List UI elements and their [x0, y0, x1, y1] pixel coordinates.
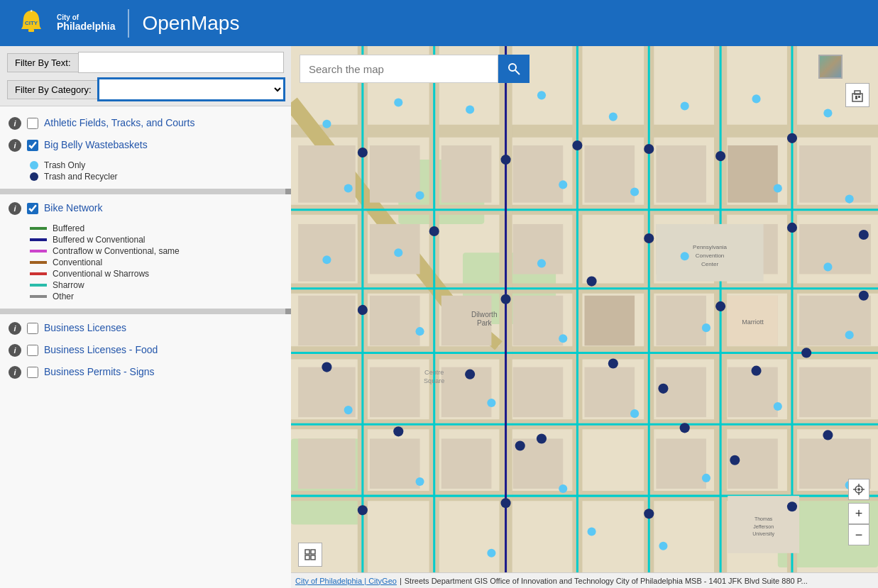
svg-point-147 [801, 348, 811, 357]
city-logo[interactable]: CITY ★ City of Philadelphia [14, 6, 115, 40]
svg-point-132 [415, 327, 424, 335]
legend-line-conventional-sharrows [30, 272, 47, 275]
svg-point-134 [702, 323, 710, 332]
svg-rect-45 [370, 224, 420, 274]
svg-rect-156 [855, 96, 857, 99]
svg-point-103 [537, 259, 546, 267]
svg-point-87 [322, 120, 331, 128]
svg-rect-41 [656, 145, 706, 203]
svg-point-146 [730, 455, 740, 465]
svg-point-89 [466, 105, 474, 113]
filter-category-select[interactable] [99, 79, 284, 100]
svg-rect-51 [370, 296, 420, 346]
svg-point-126 [680, 423, 690, 433]
layer-checkbox-bike-network[interactable] [27, 203, 38, 214]
svg-rect-40 [585, 145, 635, 203]
svg-rect-167 [311, 555, 315, 560]
svg-text:CITY: CITY [25, 20, 38, 26]
svg-rect-55 [656, 296, 706, 346]
layer-checkbox-big-belly[interactable] [27, 140, 38, 151]
layer-name-business-licenses-food[interactable]: Business Licenses - Food [44, 343, 158, 356]
svg-point-109 [715, 151, 725, 161]
svg-point-123 [751, 366, 761, 376]
status-attribution: Streets Department GIS Office of Innovat… [405, 577, 808, 585]
legend-dot-trash-only [30, 161, 38, 170]
svg-rect-36 [298, 145, 356, 203]
legend-label-sharrow: Sharrow [53, 280, 84, 290]
layer-checkbox-business-licenses[interactable] [27, 323, 38, 334]
filter-text-input[interactable] [78, 52, 284, 73]
layer-checkbox-business-licenses-food[interactable] [27, 345, 38, 356]
layer-info-btn-business-permits-signs[interactable]: i [9, 366, 21, 379]
svg-point-122 [608, 358, 618, 368]
search-input[interactable] [300, 55, 498, 83]
layer-checkbox-business-permits-signs[interactable] [27, 367, 38, 378]
svg-point-149 [588, 528, 596, 536]
svg-point-108 [572, 140, 582, 150]
map-type-button[interactable] [845, 83, 869, 107]
app-title: OpenMaps [142, 12, 239, 35]
extent-icon [303, 548, 317, 562]
svg-rect-50 [298, 296, 356, 346]
svg-point-148 [515, 440, 525, 450]
svg-point-121 [465, 370, 475, 379]
map-thumbnail[interactable] [818, 55, 843, 79]
layer-info-btn-business-licenses-food[interactable]: i [9, 344, 21, 357]
svg-rect-66 [298, 438, 356, 489]
svg-point-100 [845, 195, 854, 204]
search-button[interactable] [498, 55, 529, 83]
layer-checkbox-athletic-fields[interactable] [27, 118, 38, 129]
svg-line-153 [515, 70, 520, 74]
legend-line-buffered [30, 227, 47, 230]
layer-info-btn-athletic-fields[interactable]: i [9, 117, 21, 130]
thumbnail-image [820, 56, 841, 77]
search-icon [507, 62, 520, 75]
svg-point-163 [857, 488, 860, 491]
status-separator: | [400, 577, 402, 585]
layer-info-btn-big-belly[interactable]: i [9, 139, 21, 152]
header: CITY ★ City of Philadelphia OpenMaps [0, 0, 878, 46]
locate-button[interactable] [848, 479, 869, 500]
layer-name-big-belly[interactable]: Big Belly Wastebaskets [44, 138, 148, 151]
legend-line-conventional [30, 261, 47, 264]
legend-label-trash-recycler: Trash and Recycler [44, 172, 118, 182]
svg-rect-46 [513, 224, 564, 274]
svg-point-93 [752, 94, 760, 103]
svg-text:Jefferson: Jefferson [753, 524, 774, 529]
svg-point-115 [859, 230, 869, 240]
layer-info-btn-bike-network[interactable]: i [9, 202, 21, 215]
svg-text:Square: Square [424, 377, 444, 384]
layer-info-btn-business-licenses[interactable]: i [9, 322, 21, 335]
layer-name-business-permits-signs[interactable]: Business Permits - Signs [44, 365, 155, 378]
header-divider [128, 9, 129, 38]
svg-point-95 [344, 184, 353, 192]
svg-text:Center: Center [701, 261, 718, 267]
svg-point-127 [823, 430, 833, 440]
layer-name-business-licenses[interactable]: Business Licenses [44, 321, 126, 334]
legend-label-trash-only: Trash Only [44, 160, 85, 170]
zoom-out-button[interactable]: − [848, 524, 869, 545]
zoom-in-button[interactable]: + [848, 503, 869, 524]
filter-text-label: Filter By Text: [7, 53, 78, 72]
layer-list: i Athletic Fields, Tracks, and Courts i … [0, 106, 291, 588]
map-extent-button[interactable] [298, 543, 322, 567]
layer-item-business-licenses: i Business Licenses [0, 317, 291, 339]
svg-point-137 [487, 399, 495, 407]
svg-text:Convention: Convention [696, 253, 725, 259]
svg-rect-166 [305, 555, 309, 560]
legend-item-conventional-sharrows: Conventional w Sharrows [30, 269, 282, 279]
svg-point-140 [415, 477, 424, 486]
map-area[interactable]: Marriott Pennsylvania Convention Center … [291, 46, 878, 588]
svg-text:University: University [752, 531, 774, 537]
svg-rect-67 [370, 438, 420, 489]
svg-point-118 [715, 301, 725, 311]
layer-name-athletic-fields[interactable]: Athletic Fields, Tracks, and Courts [44, 116, 194, 129]
svg-point-114 [787, 223, 797, 233]
svg-point-152 [509, 64, 516, 71]
svg-rect-38 [441, 145, 492, 203]
svg-text:Thomas: Thomas [754, 516, 773, 521]
layer-name-bike-network[interactable]: Bike Network [44, 201, 102, 214]
svg-point-138 [630, 409, 639, 418]
layer-item-big-belly: i Big Belly Wastebaskets [0, 134, 291, 156]
status-link[interactable]: City of Philadelphia | CityGeo [295, 577, 397, 585]
